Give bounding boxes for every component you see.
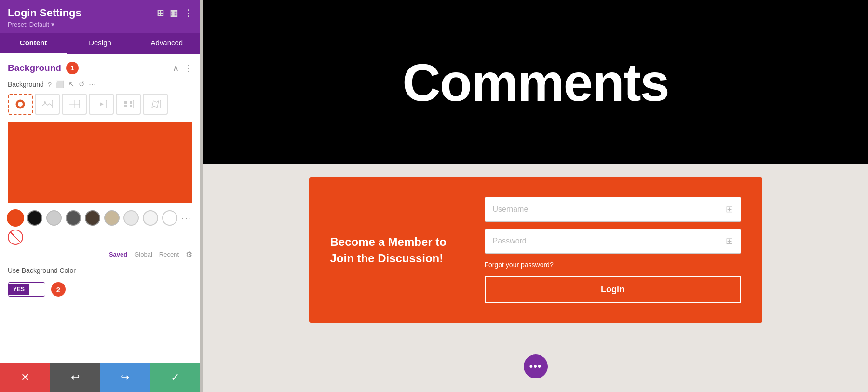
svg-marker-8: [100, 102, 104, 106]
svg-point-1: [18, 102, 23, 107]
swatch-tan[interactable]: [104, 210, 120, 226]
bg-type-image2[interactable]: [62, 94, 87, 115]
bg-type-pattern[interactable]: [116, 94, 141, 115]
panel-title-row: Login Settings ⊞ ▦ ⋮: [8, 7, 192, 19]
password-field[interactable]: Password ⊞: [485, 229, 741, 254]
save-button[interactable]: ✓: [150, 363, 200, 392]
more-icon[interactable]: ⋮: [184, 8, 192, 18]
badge2: 2: [51, 282, 66, 297]
fab-dots: •••: [529, 360, 542, 373]
forgot-link[interactable]: Forgot your password?: [485, 261, 554, 269]
bg-label-text: Background: [8, 81, 44, 88]
color-preview[interactable]: [8, 122, 192, 203]
svg-rect-13: [130, 105, 132, 107]
bg-more-icon[interactable]: ⋯: [89, 80, 96, 89]
swatch-settings-icon[interactable]: ⚙: [186, 250, 192, 259]
svg-rect-14: [150, 100, 161, 108]
section-badge: 1: [66, 62, 79, 74]
save-icon: ✓: [171, 371, 179, 384]
resize-icon[interactable]: ⊞: [157, 8, 164, 18]
swatch-orange[interactable]: [8, 210, 23, 226]
use-bg-color-row: Use Background Color: [8, 267, 192, 274]
redo-button[interactable]: ↪: [100, 363, 150, 392]
cancel-button[interactable]: ✕: [0, 363, 50, 392]
more-swatches[interactable]: ···: [181, 213, 192, 224]
username-placeholder: Username: [493, 205, 529, 214]
use-bg-color-label: Use Background Color: [8, 267, 76, 274]
undo-icon: ↩: [71, 371, 80, 384]
bg-type-color[interactable]: [8, 94, 33, 115]
swatch-tabs: Saved Global Recent ⚙: [8, 250, 192, 259]
login-button[interactable]: Login: [485, 276, 741, 303]
panel-title: Login Settings: [8, 7, 81, 19]
cursor-icon[interactable]: ↖: [68, 80, 75, 89]
swatch-strikethrough[interactable]: [8, 230, 23, 245]
swatch-near-white[interactable]: [143, 210, 158, 226]
toggle-box[interactable]: [29, 283, 45, 296]
panel-footer: ✕ ↩ ↪ ✓: [0, 363, 200, 392]
section-more-icon[interactable]: ⋮: [184, 63, 192, 73]
bg-type-map[interactable]: [143, 94, 168, 115]
section-header: Background 1 ∧ ⋮: [8, 62, 192, 74]
login-card-text: Become a Member to Join the Discussion!: [330, 234, 456, 266]
swatch-silver[interactable]: [123, 210, 139, 226]
bg-type-buttons: [8, 94, 192, 115]
collapse-icon[interactable]: ∧: [173, 63, 179, 73]
svg-rect-10: [124, 101, 127, 104]
panel-content: Background 1 ∧ ⋮ Background ? ⬜ ↖ ↺ ⋯: [0, 54, 200, 363]
bg-type-image[interactable]: [35, 94, 60, 115]
cancel-icon: ✕: [21, 371, 29, 384]
svg-rect-11: [130, 101, 132, 104]
tab-content[interactable]: Content: [0, 33, 67, 54]
bg-type-video[interactable]: [89, 94, 114, 115]
undo-button[interactable]: ↩: [50, 363, 100, 392]
swatch-tab-global[interactable]: Global: [134, 251, 152, 258]
toggle-yes-btn[interactable]: YES: [8, 282, 45, 297]
swatch-white[interactable]: [162, 210, 177, 226]
tab-design[interactable]: Design: [67, 33, 133, 54]
redo-icon: ↪: [121, 371, 129, 384]
mobile-icon[interactable]: ⬜: [55, 80, 65, 89]
reset-icon[interactable]: ↺: [79, 80, 85, 89]
login-card-form: Username ⊞ Password ⊞ Forgot your passwo…: [485, 197, 741, 303]
username-icon: ⊞: [726, 204, 733, 215]
right-preview: Comments Become a Member to Join the Dis…: [203, 0, 868, 392]
username-field[interactable]: Username ⊞: [485, 197, 741, 222]
panel-tabs: Content Design Advanced: [0, 33, 200, 54]
swatch-tab-saved[interactable]: Saved: [109, 251, 127, 258]
swatch-darkgray[interactable]: [66, 210, 81, 226]
svg-point-3: [44, 101, 46, 103]
swatch-tab-recent[interactable]: Recent: [159, 251, 179, 258]
bg-label-row: Background ? ⬜ ↖ ↺ ⋯: [8, 80, 192, 89]
fab-button[interactable]: •••: [524, 354, 548, 378]
panel-title-icons: ⊞ ▦ ⋮: [157, 8, 192, 18]
section-actions: ∧ ⋮: [173, 63, 192, 73]
password-icon: ⊞: [726, 236, 733, 246]
panel-preset[interactable]: Preset: Default ▾: [8, 21, 192, 28]
section-title-text: Background: [8, 63, 61, 73]
preview-hero: Comments: [203, 0, 868, 164]
help-icon[interactable]: ?: [48, 81, 52, 89]
swatch-brown[interactable]: [85, 210, 100, 226]
left-panel: Login Settings ⊞ ▦ ⋮ Preset: Default ▾ C…: [0, 0, 200, 392]
section-title: Background 1: [8, 62, 79, 74]
svg-rect-12: [124, 105, 127, 107]
svg-rect-9: [123, 100, 134, 108]
color-swatches: ···: [8, 210, 192, 245]
hero-title: Comments: [402, 52, 668, 113]
layout-icon[interactable]: ▦: [170, 8, 178, 18]
swatch-lightgray[interactable]: [46, 210, 62, 226]
toggle-yes-label[interactable]: YES: [8, 284, 29, 295]
use-bg-toggle-row: YES 2: [8, 282, 192, 297]
tab-advanced[interactable]: Advanced: [134, 33, 200, 54]
swatch-black[interactable]: [27, 210, 42, 226]
login-card: Become a Member to Join the Discussion! …: [309, 177, 762, 323]
svg-rect-2: [42, 100, 53, 108]
panel-header: Login Settings ⊞ ▦ ⋮ Preset: Default ▾: [0, 0, 200, 33]
password-placeholder: Password: [493, 237, 527, 245]
